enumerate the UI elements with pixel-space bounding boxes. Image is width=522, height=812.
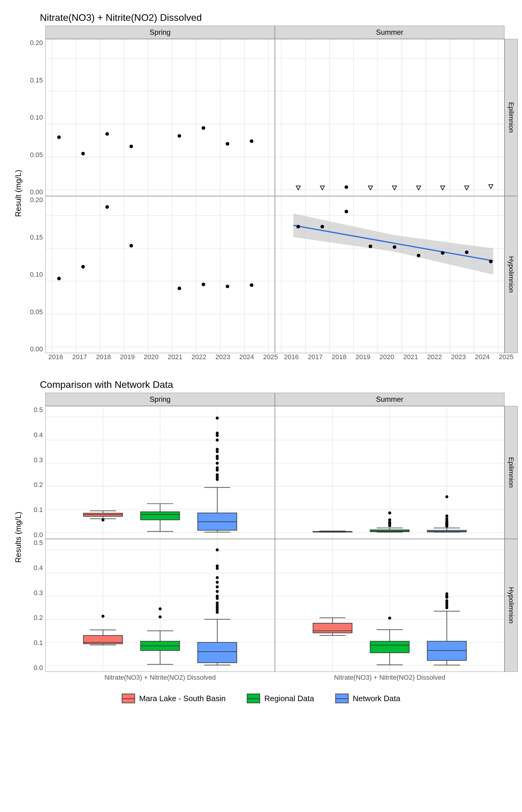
svg-point-204 [216,581,219,584]
svg-point-115 [216,417,219,420]
svg-point-84 [441,251,444,255]
svg-point-78 [296,225,300,228]
svg-point-38 [345,185,348,189]
x-ticks: 2016201720182019202020212022202320242025 [45,353,281,361]
facet-col-summer: Summer [275,26,504,39]
svg-point-244 [445,596,448,599]
facet-row-hypo-b: Hypolimnion [504,539,518,672]
svg-point-123 [216,462,219,465]
svg-point-60 [226,285,229,288]
boxpanel-spring-hypo [45,539,275,672]
svg-point-17 [105,132,109,136]
svg-point-80 [345,210,348,213]
svg-point-200 [216,548,219,551]
x-ticks: 2016201720182019202020212022202320242025 [281,353,517,361]
svg-point-154 [388,524,391,527]
y-ticks: 0.200.150.100.050.00 [24,196,45,353]
legend-swatch-icon [122,694,135,703]
svg-point-192 [159,608,162,610]
svg-point-59 [201,283,205,286]
svg-rect-198 [198,643,237,663]
svg-point-193 [159,615,162,618]
panel-summer-hypo [275,196,504,353]
svg-line-77 [293,225,493,261]
svg-rect-227 [313,623,352,633]
legend: Mara Lake - South Basin Regional Data Ne… [12,694,510,703]
facet-col-summer-b: Summer [275,393,504,406]
legend-label: Mara Lake - South Basin [139,694,226,703]
svg-point-169 [445,525,448,528]
svg-point-202 [216,567,219,570]
panel-spring-epi [45,39,275,196]
svg-point-55 [81,265,85,268]
svg-point-56 [105,205,109,209]
legend-swatch-icon [247,694,260,703]
legend-item-mara: Mara Lake - South Basin [122,694,226,703]
svg-point-235 [388,616,391,620]
page: Nitrate(NO3) + Nitrite(NO2) Dissolved Re… [0,0,522,712]
legend-item-network: Network Data [335,694,401,703]
panel-summer-epi [275,39,504,196]
top-y-axis-label: Result (mg/L) [12,26,24,361]
svg-point-21 [226,142,229,146]
svg-point-22 [250,139,254,143]
x-category: Nitrate(NO3) + Nitrite(NO2) Dissolved [275,672,504,682]
svg-point-208 [216,597,219,600]
panel-spring-hypo [45,196,275,353]
svg-point-85 [465,250,468,254]
svg-point-150 [388,511,391,514]
y-ticks: 0.50.40.30.20.10.0 [24,406,45,539]
x-category: Nitrate(NO3) + Nitrite(NO2) Dissolved [45,672,275,682]
svg-point-58 [178,287,181,290]
svg-point-248 [445,606,448,609]
svg-point-162 [445,514,448,517]
svg-point-128 [216,478,219,481]
legend-label: Network Data [353,694,401,703]
legend-swatch-icon [335,694,348,703]
boxpanel-summer-hypo [275,539,504,672]
svg-point-54 [57,277,61,280]
svg-point-16 [81,152,85,156]
facet-row-epi: Epilimnion [504,39,518,196]
facet-row-hypo: Hypolimnion [504,196,518,353]
svg-point-79 [321,225,324,228]
svg-point-117 [216,434,219,437]
svg-point-206 [216,590,219,593]
y-ticks: 0.200.150.100.050.00 [24,39,45,196]
svg-point-83 [417,254,421,257]
svg-point-125 [216,469,219,471]
bottom-y-axis-label: Results (mg/L) [12,393,24,682]
svg-point-81 [368,245,372,248]
svg-point-118 [216,439,219,442]
svg-point-205 [216,585,219,588]
svg-rect-240 [427,641,466,661]
svg-point-203 [216,576,219,579]
svg-point-15 [57,135,61,139]
svg-point-161 [445,495,448,498]
legend-item-regional: Regional Data [247,694,314,703]
svg-point-20 [201,126,205,130]
facet-col-spring-b: Spring [45,393,275,406]
svg-point-213 [216,611,219,614]
svg-rect-107 [140,512,179,520]
svg-point-18 [129,145,133,148]
facet-row-epi-b: Epilimnion [504,406,518,539]
svg-point-86 [489,260,493,263]
svg-point-61 [250,283,254,287]
svg-point-57 [129,244,133,247]
svg-rect-233 [370,641,409,653]
svg-point-19 [178,134,181,138]
boxpanel-spring-epi [45,406,275,539]
svg-point-122 [216,457,219,460]
svg-point-185 [101,615,104,618]
facet-col-spring: Spring [45,26,275,39]
y-ticks: 0.50.40.30.20.10.0 [24,539,45,672]
svg-point-102 [101,519,104,522]
legend-label: Regional Data [264,694,314,703]
boxpanel-summer-epi [275,406,504,539]
svg-point-120 [216,450,219,453]
svg-point-82 [393,245,396,249]
top-chart-title: Nitrate(NO3) + Nitrite(NO2) Dissolved [40,12,510,23]
bottom-chart-title: Comparison with Network Data [40,379,510,390]
